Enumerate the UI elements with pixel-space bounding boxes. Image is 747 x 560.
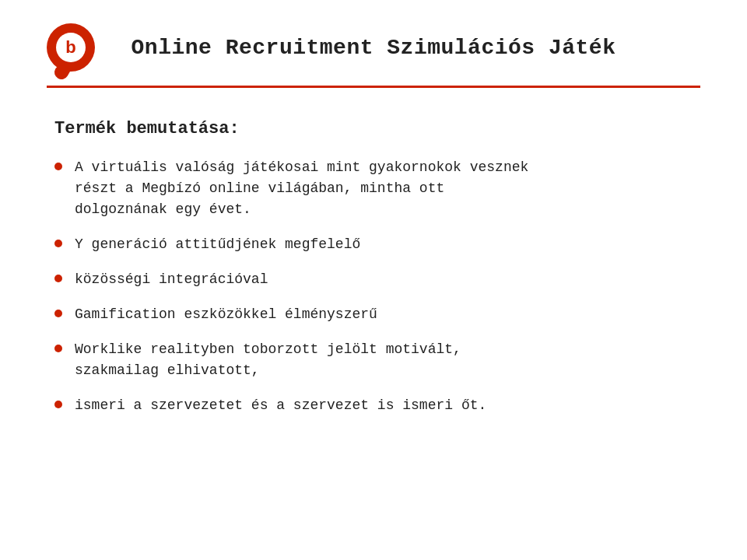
list-item-3: közösségi integrációval <box>54 269 700 290</box>
logo-area: b <box>47 23 95 72</box>
header: b Online Recruitment Szimulációs Játék <box>47 23 700 88</box>
bullet1-line3: dolgoznának egy évet. <box>75 201 251 217</box>
bullet1-line1: A virtuális valóság játékosai mint gyako… <box>75 159 528 175</box>
content-area: Termék bemutatása: A virtuális valóság j… <box>47 119 700 416</box>
bullet-text-5: Worklike realityben toborzott jelölt mot… <box>75 339 700 381</box>
bullet1-line2: részt a Megbízó online világában, mintha… <box>75 180 444 196</box>
bullet5-line2: szakmailag elhivatott, <box>75 362 260 378</box>
list-item-5: Worklike realityben toborzott jelölt mot… <box>54 339 700 381</box>
bullet-dot-5 <box>54 345 62 352</box>
bullet-text-3: közösségi integrációval <box>75 269 700 290</box>
logo-circle: b <box>47 23 95 72</box>
bullet-text-4: Gamification eszközökkel élményszerű <box>75 304 700 325</box>
bullet-text-1: A virtuális valóság játékosai mint gyako… <box>75 157 700 220</box>
list-item-1: A virtuális valóság játékosai mint gyako… <box>54 157 700 220</box>
bullet-text-6: ismeri a szervezetet és a szervezet is i… <box>75 395 700 416</box>
bullet-dot-3 <box>54 275 62 282</box>
bullet-dot-6 <box>54 401 62 408</box>
list-item-4: Gamification eszközökkel élményszerű <box>54 304 700 325</box>
bullet-text-2: Y generáció attitűdjének megfelelő <box>75 234 700 255</box>
title-area: Online Recruitment Szimulációs Játék <box>95 36 652 60</box>
main-bullet-list: A virtuális valóság játékosai mint gyako… <box>54 157 700 416</box>
logo-inner: b <box>56 33 86 62</box>
page-title: Online Recruitment Szimulációs Játék <box>95 36 652 60</box>
bullet-dot-1 <box>54 163 62 170</box>
bullet-dot-2 <box>54 240 62 247</box>
page: b Online Recruitment Szimulációs Játék T… <box>0 0 747 560</box>
list-item-6: ismeri a szervezetet és a szervezet is i… <box>54 395 700 416</box>
bullet-dot-4 <box>54 310 62 317</box>
list-item-2: Y generáció attitűdjének megfelelő <box>54 234 700 255</box>
logo-letter: b <box>65 39 75 56</box>
bullet5-line1: Worklike realityben toborzott jelölt mot… <box>75 341 461 357</box>
section-title: Termék bemutatása: <box>54 119 700 138</box>
